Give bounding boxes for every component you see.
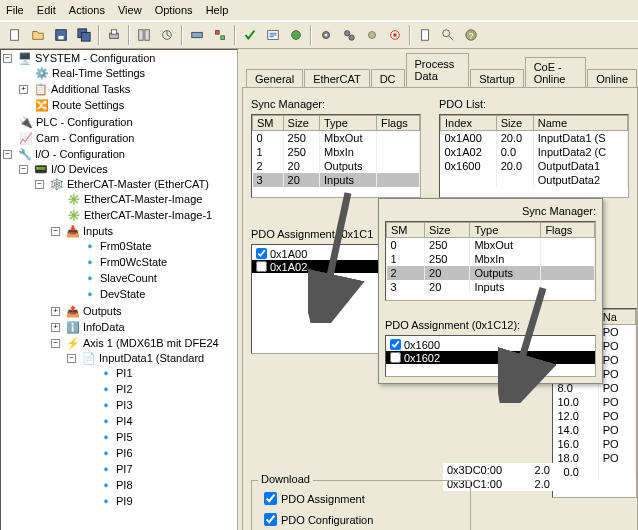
tab-startup[interactable]: Startup bbox=[470, 69, 523, 88]
table-row[interactable]: 0250MbxOut bbox=[387, 238, 595, 253]
device-button-2[interactable] bbox=[209, 24, 231, 46]
sync-mgr-label: Sync Manager: bbox=[251, 98, 421, 110]
tree-var-pi8[interactable]: 🔹PI8 bbox=[83, 478, 237, 492]
tree-node-system[interactable]: −🖥️SYSTEM - Configuration bbox=[3, 51, 237, 65]
download-title: Download bbox=[258, 473, 313, 485]
chk-pdo-config[interactable]: PDO Configuration bbox=[260, 510, 462, 529]
tree-var-pi3[interactable]: 🔹PI3 bbox=[83, 398, 237, 412]
open-button[interactable] bbox=[27, 24, 49, 46]
table-row[interactable]: 220Outputs bbox=[387, 266, 595, 280]
tree-node-outputs[interactable]: +📤Outputs bbox=[51, 304, 237, 318]
tree-node-io[interactable]: −🔧I/O - Configuration bbox=[3, 147, 237, 161]
table-row[interactable]: 0x160020.0OutputData1 bbox=[441, 159, 628, 173]
tab-coe-online[interactable]: CoE - Online bbox=[525, 57, 587, 88]
tree-var-pi2[interactable]: 🔹PI2 bbox=[83, 382, 237, 396]
save-button[interactable] bbox=[50, 24, 72, 46]
route-icon: 🔀 bbox=[35, 98, 49, 112]
tree-node-infodata[interactable]: +ℹ️InfoData bbox=[51, 320, 237, 334]
new-button[interactable] bbox=[4, 24, 26, 46]
tree-node-route[interactable]: 🔀Route Settings bbox=[19, 98, 237, 112]
tree-node-ecmi[interactable]: ✳️EtherCAT-Master-Image bbox=[51, 192, 237, 206]
chk-pdo-assignment[interactable]: PDO Assignment bbox=[260, 489, 462, 508]
menu-options[interactable]: Options bbox=[153, 2, 201, 18]
table-row[interactable]: 320Inputs bbox=[253, 173, 420, 187]
menu-actions[interactable]: Actions bbox=[67, 2, 113, 18]
table-row[interactable]: 18.0PO bbox=[554, 451, 636, 465]
var-icon: 🔹 bbox=[99, 398, 113, 412]
tree-node-ecmaster[interactable]: −🕸️EtherCAT-Master (EtherCAT) bbox=[35, 177, 237, 191]
tree-node-ecmi1[interactable]: ✳️EtherCAT-Master-Image-1 bbox=[51, 208, 237, 222]
table-row[interactable]: 0x3DC0:002.0 bbox=[443, 463, 563, 477]
tree-node-plc[interactable]: 🔌PLC - Configuration bbox=[3, 115, 237, 129]
tree-node-cam[interactable]: 📈Cam - Configuration bbox=[3, 131, 237, 145]
table-row[interactable]: 0x1A020.0InputData2 (C bbox=[441, 145, 628, 159]
tree-var-pi9[interactable]: 🔹PI9 bbox=[83, 494, 237, 508]
nav-button-1[interactable] bbox=[133, 24, 155, 46]
gear-button-2[interactable] bbox=[338, 24, 360, 46]
table-row[interactable]: 0x1A0020.0InputData1 (S bbox=[441, 131, 628, 146]
tree-var-pi5[interactable]: 🔹PI5 bbox=[83, 430, 237, 444]
list-item[interactable]: 0x1602 bbox=[386, 351, 595, 364]
tree-var-pi7[interactable]: 🔹PI7 bbox=[83, 462, 237, 476]
tree-var-devstate[interactable]: 🔹DevState bbox=[67, 287, 237, 301]
help-button[interactable]: ? bbox=[460, 24, 482, 46]
device-button-1[interactable] bbox=[186, 24, 208, 46]
var-icon: 🔹 bbox=[83, 287, 97, 301]
tab-body: Sync Manager: SM Size Type Flags 0250Mbx… bbox=[242, 87, 638, 530]
tree-var-pi6[interactable]: 🔹PI6 bbox=[83, 446, 237, 460]
table-row[interactable]: 12.0PO bbox=[554, 409, 636, 423]
table-row[interactable]: 1250MbxIn bbox=[253, 145, 420, 159]
tree-node-inputdata1[interactable]: −📄InputData1 (Standard bbox=[67, 351, 237, 365]
table-row[interactable]: 14.0PO bbox=[554, 423, 636, 437]
table-row[interactable]: 10.0PO bbox=[554, 395, 636, 409]
menu-help[interactable]: Help bbox=[204, 2, 237, 18]
tree-var-frm0wc[interactable]: 🔹Frm0WcState bbox=[67, 255, 237, 269]
check-button[interactable] bbox=[239, 24, 261, 46]
svg-text:?: ? bbox=[468, 30, 473, 41]
tree-var-pi1[interactable]: 🔹PI1 bbox=[83, 366, 237, 380]
gear-button-1[interactable] bbox=[315, 24, 337, 46]
tab-process-data[interactable]: Process Data bbox=[406, 53, 470, 87]
menu-edit[interactable]: Edit bbox=[35, 2, 64, 18]
target-button[interactable] bbox=[384, 24, 406, 46]
table-row[interactable]: 20.0 bbox=[554, 465, 636, 479]
table-row[interactable]: 220Outputs bbox=[253, 159, 420, 173]
pdo-assignment-2[interactable]: 0x16000x1602 bbox=[385, 335, 596, 377]
tree-node-iodevices[interactable]: −📟I/O Devices bbox=[19, 162, 237, 176]
sync-manager-grid[interactable]: SM Size Type Flags 0250MbxOut1250MbxIn22… bbox=[251, 114, 421, 198]
sync-manager-popup-grid[interactable]: SM Size Type Flags 0250MbxOut1250MbxIn22… bbox=[385, 221, 596, 301]
tree-view[interactable]: −🖥️SYSTEM - Configuration ⚙️Real-Time Se… bbox=[0, 49, 238, 530]
tree-var-slavecount[interactable]: 🔹SlaveCount bbox=[67, 271, 237, 285]
tab-dc[interactable]: DC bbox=[371, 69, 405, 88]
gear-button-3[interactable] bbox=[361, 24, 383, 46]
table-row[interactable]: OutputData2 bbox=[441, 173, 628, 187]
print-button[interactable] bbox=[103, 24, 125, 46]
tree-node-axis1[interactable]: −⚡Axis 1 (MDX61B mit DFE24 bbox=[51, 336, 237, 350]
download-group: Download PDO Assignment PDO Configuratio… bbox=[251, 480, 471, 530]
image-icon: ✳️ bbox=[67, 208, 81, 222]
list-item[interactable]: 0x1600 bbox=[386, 338, 595, 351]
table-row[interactable]: 320Inputs bbox=[387, 280, 595, 294]
nav-button-2[interactable] bbox=[156, 24, 178, 46]
tree-var-pi4[interactable]: 🔹PI4 bbox=[83, 414, 237, 428]
build-button[interactable] bbox=[262, 24, 284, 46]
tree-node-addtasks[interactable]: +📋Additional Tasks bbox=[19, 82, 237, 96]
svg-rect-10 bbox=[192, 32, 203, 37]
menu-view[interactable]: View bbox=[116, 2, 150, 18]
tab-ethercat[interactable]: EtherCAT bbox=[304, 69, 369, 88]
pdo-list-grid[interactable]: Index Size Name 0x1A0020.0InputData1 (S0… bbox=[439, 114, 629, 198]
activate-button[interactable] bbox=[285, 24, 307, 46]
var-icon: 🔹 bbox=[99, 414, 113, 428]
menu-file[interactable]: File bbox=[4, 2, 32, 18]
doc-button[interactable] bbox=[414, 24, 436, 46]
table-row[interactable]: 1250MbxIn bbox=[387, 252, 595, 266]
table-row[interactable]: 0250MbxOut bbox=[253, 131, 420, 146]
table-row[interactable]: 16.0PO bbox=[554, 437, 636, 451]
search-button[interactable] bbox=[437, 24, 459, 46]
tree-node-realtime[interactable]: ⚙️Real-Time Settings bbox=[19, 66, 237, 80]
tree-node-inputs[interactable]: −📥Inputs bbox=[51, 224, 237, 238]
save-all-button[interactable] bbox=[73, 24, 95, 46]
tree-var-frm0state[interactable]: 🔹Frm0State bbox=[67, 239, 237, 253]
tab-online[interactable]: Online bbox=[587, 69, 637, 88]
tab-general[interactable]: General bbox=[246, 69, 303, 88]
